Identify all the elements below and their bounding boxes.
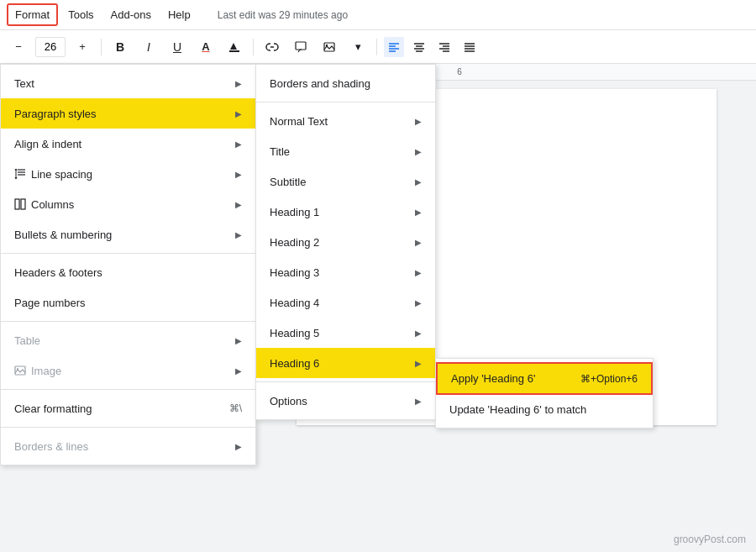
font-size-input[interactable]	[35, 37, 66, 57]
menu-tools[interactable]: Tools	[61, 5, 100, 24]
format-menu-borders-arrow: ▶	[235, 442, 242, 451]
format-menu-headers-label: Headers & footers	[14, 266, 102, 279]
format-menu-text-label: Text	[14, 77, 34, 90]
para-heading6-label: Heading 6	[270, 357, 319, 370]
para-options-label: Options	[270, 395, 307, 407]
menu-divider-3	[1, 389, 255, 390]
format-menu-align[interactable]: Align & indent ▶	[1, 129, 255, 159]
toolbar-separator-1	[101, 39, 102, 55]
highlight-button[interactable]	[223, 35, 246, 59]
para-heading2[interactable]: Heading 2 ▶	[256, 227, 435, 257]
svg-rect-0	[229, 50, 239, 52]
para-heading5[interactable]: Heading 5 ▶	[256, 318, 435, 348]
watermark: groovyPost.com	[674, 534, 746, 545]
para-heading4-label: Heading 4	[270, 297, 319, 309]
para-title-label: Title	[270, 145, 290, 158]
italic-button[interactable]: I	[137, 35, 160, 59]
heading6-apply-shortcut: ⌘+Option+6	[580, 373, 638, 385]
para-normal-text[interactable]: Normal Text ▶	[256, 106, 435, 136]
para-normal-text-label: Normal Text	[270, 115, 328, 128]
svg-rect-24	[21, 199, 25, 209]
format-menu-paragraph-styles-arrow: ▶	[235, 109, 242, 118]
format-menu-paragraph-styles-label: Paragraph styles	[14, 108, 97, 120]
para-heading1[interactable]: Heading 1 ▶	[256, 197, 435, 227]
format-menu-clear-shortcut: ⌘\	[229, 402, 242, 414]
toolbar-separator-2	[253, 39, 254, 55]
format-menu-align-arrow: ▶	[235, 139, 242, 149]
format-menu-image: Image ▶	[1, 355, 255, 386]
format-menu-table-label: Table	[14, 334, 40, 347]
para-heading1-arrow: ▶	[415, 208, 422, 217]
format-menu-bullets-arrow: ▶	[235, 230, 242, 239]
format-menu-table-arrow: ▶	[235, 336, 242, 345]
format-menu-align-label: Align & indent	[14, 138, 81, 150]
para-heading2-arrow: ▶	[415, 238, 422, 247]
format-menu-clear-label: Clear formatting	[14, 402, 92, 415]
format-menu-line-spacing[interactable]: Line spacing ▶	[1, 159, 255, 189]
menu-format[interactable]: Format	[7, 3, 58, 26]
font-color-button[interactable]: A	[194, 35, 218, 59]
bold-button[interactable]: B	[108, 35, 132, 59]
comment-button[interactable]	[289, 35, 312, 59]
para-subtitle-arrow: ▶	[415, 177, 422, 187]
para-heading4[interactable]: Heading 4 ▶	[256, 287, 435, 318]
format-menu-headers[interactable]: Headers & footers	[1, 257, 255, 287]
menu-addons[interactable]: Add-ons	[104, 5, 158, 24]
format-menu-line-spacing-label: Line spacing	[31, 168, 92, 181]
format-menu-borders-label: Borders & lines	[14, 440, 88, 453]
para-borders-shading-label: Borders and shading	[270, 77, 370, 90]
format-menu-clear[interactable]: Clear formatting ⌘\	[1, 393, 255, 423]
align-right-button[interactable]	[434, 37, 454, 57]
insert-dropdown-button[interactable]: ▾	[346, 35, 370, 59]
menu-divider-1	[1, 253, 255, 254]
paragraph-styles-submenu: Borders and shading Normal Text ▶ Title …	[255, 64, 436, 420]
svg-rect-1	[296, 42, 306, 50]
para-heading6[interactable]: Heading 6 ▶	[256, 348, 435, 378]
para-subtitle-label: Subtitle	[270, 176, 306, 188]
para-heading1-label: Heading 1	[270, 206, 319, 218]
columns-icon	[14, 198, 26, 210]
align-center-button[interactable]	[409, 37, 429, 57]
menu-help[interactable]: Help	[161, 5, 197, 24]
font-decrease-button[interactable]: −	[7, 35, 30, 59]
format-menu-text[interactable]: Text ▶	[1, 68, 255, 98]
menu-divider-2	[1, 321, 255, 322]
align-justify-button[interactable]	[459, 37, 480, 57]
format-menu-page-numbers-label: Page numbers	[14, 297, 86, 309]
format-menu-line-spacing-container: Line spacing	[14, 168, 92, 181]
para-options-arrow: ▶	[415, 397, 422, 406]
font-increase-button[interactable]: +	[71, 35, 94, 59]
para-heading6-arrow: ▶	[415, 359, 422, 368]
underline-button[interactable]: U	[165, 35, 189, 59]
para-borders-shading[interactable]: Borders and shading	[256, 68, 435, 98]
format-menu-bullets-label: Bullets & numbering	[14, 229, 112, 241]
format-menu-image-container: Image	[14, 365, 61, 377]
para-title[interactable]: Title ▶	[256, 136, 435, 166]
link-button[interactable]	[260, 35, 284, 59]
toolbar-separator-3	[376, 39, 377, 55]
para-heading3-arrow: ▶	[415, 268, 422, 277]
format-menu-paragraph-styles[interactable]: Paragraph styles ▶	[1, 98, 255, 129]
para-subtitle[interactable]: Subtitle ▶	[256, 166, 435, 197]
para-heading3[interactable]: Heading 3 ▶	[256, 257, 435, 287]
heading6-update-label: Update 'Heading 6' to match	[449, 403, 586, 416]
para-options[interactable]: Options ▶	[256, 386, 435, 416]
image-button[interactable]	[318, 35, 341, 59]
para-title-arrow: ▶	[415, 147, 422, 156]
format-menu-page-numbers[interactable]: Page numbers	[1, 287, 255, 318]
para-divider-2	[256, 381, 435, 382]
para-divider-1	[256, 102, 435, 103]
format-menu-image-arrow: ▶	[235, 366, 242, 376]
format-menu-columns[interactable]: Columns ▶	[1, 189, 255, 219]
format-menu-bullets[interactable]: Bullets & numbering ▶	[1, 219, 255, 250]
heading6-update[interactable]: Update 'Heading 6' to match	[436, 395, 653, 424]
para-heading5-arrow: ▶	[415, 329, 422, 338]
format-menu-columns-arrow: ▶	[235, 200, 242, 209]
format-menu-text-arrow: ▶	[235, 79, 242, 88]
menu-divider-4	[1, 427, 255, 428]
last-edit-text: Last edit was 29 minutes ago	[218, 9, 348, 21]
align-left-button[interactable]	[384, 37, 404, 57]
heading6-apply-label: Apply 'Heading 6'	[451, 372, 535, 385]
format-menu-columns-container: Columns	[14, 198, 74, 211]
heading6-apply[interactable]: Apply 'Heading 6' ⌘+Option+6	[436, 362, 653, 395]
